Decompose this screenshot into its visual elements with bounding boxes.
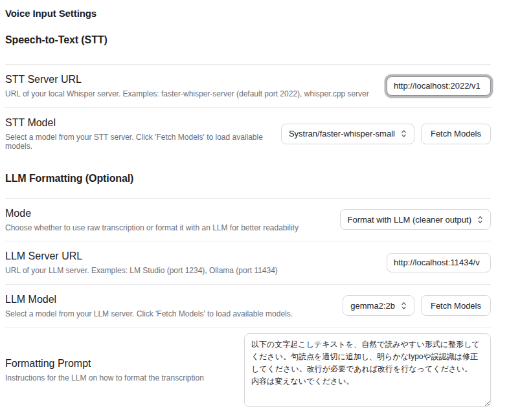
stt-server-url-controls	[387, 76, 491, 96]
stt-server-url-row: STT Server URL URL of your local Whisper…	[5, 64, 491, 107]
stt-server-url-input[interactable]	[387, 76, 491, 96]
stt-model-selected-value: Systran/faster-whisper-small	[289, 129, 395, 138]
llm-model-row: LLM Model Select a model from your LLM s…	[5, 284, 491, 327]
llm-server-url-row: LLM Server URL URL of your LLM server. E…	[5, 241, 491, 284]
chevron-up-down-icon	[401, 129, 407, 138]
chevron-up-down-icon	[401, 302, 407, 310]
mode-row: Mode Choose whether to use raw transcrip…	[5, 198, 491, 241]
mode-label: Mode	[5, 207, 330, 220]
llm-server-url-description: URL of your LLM server. Examples: LM Stu…	[5, 266, 376, 276]
mode-description: Choose whether to use raw transcription …	[5, 223, 330, 233]
mode-selected-value: Format with LLM (cleaner output)	[348, 215, 471, 225]
formatting-prompt-info: Formatting Prompt Instructions for the L…	[5, 357, 244, 383]
stt-server-url-description: URL of your local Whisper server. Exampl…	[5, 89, 376, 99]
page-title: Voice Input Settings	[5, 8, 491, 19]
stt-model-controls: Systran/faster-whisper-small Fetch Model…	[281, 124, 491, 144]
llm-model-select[interactable]: gemma2:2b	[343, 295, 414, 316]
stt-fetch-models-button[interactable]: Fetch Models	[421, 124, 491, 144]
formatting-prompt-description: Instructions for the LLM on how to forma…	[5, 373, 234, 383]
stt-model-row: STT Model Select a model from your STT s…	[5, 107, 491, 160]
llm-settings-group: Mode Choose whether to use raw transcrip…	[5, 198, 491, 414]
section-heading-stt: Speech-to-Text (STT)	[5, 34, 491, 46]
llm-model-info: LLM Model Select a model from your LLM s…	[5, 293, 343, 319]
chevron-up-down-icon	[477, 216, 483, 224]
llm-server-url-controls	[387, 253, 491, 272]
mode-info: Mode Choose whether to use raw transcrip…	[5, 207, 340, 233]
mode-controls: Format with LLM (cleaner output)	[340, 209, 491, 230]
llm-model-label: LLM Model	[5, 293, 332, 306]
stt-server-url-label: STT Server URL	[5, 73, 376, 86]
llm-fetch-models-button[interactable]: Fetch Models	[421, 295, 491, 316]
stt-server-url-info: STT Server URL URL of your local Whisper…	[5, 73, 387, 99]
llm-server-url-label: LLM Server URL	[5, 250, 376, 263]
llm-model-controls: gemma2:2b Fetch Models	[343, 295, 491, 316]
llm-model-description: Select a model from your LLM server. Cli…	[5, 309, 332, 319]
stt-model-select[interactable]: Systran/faster-whisper-small	[281, 124, 414, 144]
section-heading-llm: LLM Formatting (Optional)	[5, 173, 491, 184]
formatting-prompt-label: Formatting Prompt	[5, 357, 234, 370]
stt-settings-group: STT Server URL URL of your local Whisper…	[5, 64, 491, 160]
formatting-prompt-textarea[interactable]: 以下の文字起こしテキストを、自然で読みやすい形式に整形してください。句読点を適切…	[244, 333, 491, 407]
stt-model-info: STT Model Select a model from your STT s…	[5, 116, 281, 151]
formatting-prompt-controls: 以下の文字起こしテキストを、自然で読みやすい形式に整形してください。句読点を適切…	[244, 333, 491, 407]
stt-model-description: Select a model from your STT server. Cli…	[5, 133, 271, 151]
formatting-prompt-row: Formatting Prompt Instructions for the L…	[5, 327, 491, 413]
stt-model-label: STT Model	[5, 116, 271, 129]
llm-server-url-input[interactable]	[387, 253, 491, 272]
llm-server-url-info: LLM Server URL URL of your LLM server. E…	[5, 250, 387, 276]
voice-input-settings-page: Voice Input Settings Speech-to-Text (STT…	[0, 0, 509, 420]
mode-select[interactable]: Format with LLM (cleaner output)	[340, 209, 491, 230]
llm-model-selected-value: gemma2:2b	[350, 301, 395, 311]
